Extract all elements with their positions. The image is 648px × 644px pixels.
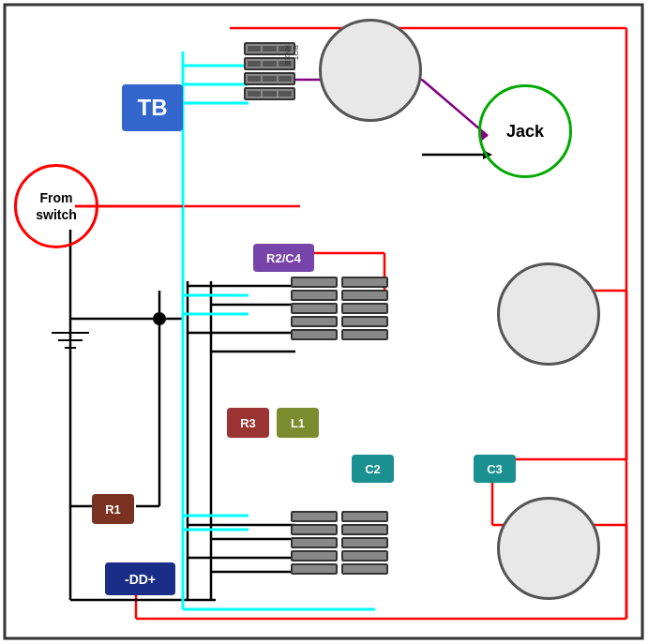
svg-point-21 (153, 312, 166, 325)
jack-label: Jack (478, 84, 572, 178)
tb-label: TB (122, 84, 183, 131)
dd-label: -DD+ (105, 562, 175, 595)
r3-label: R3 (227, 408, 269, 438)
c3-label: C3 (474, 455, 516, 483)
motor-bottom (497, 497, 600, 600)
c2-label: C2 (352, 455, 394, 483)
r2c4-label: R2/C4 (253, 244, 314, 272)
l1-label: L1 (277, 408, 319, 438)
r1-label: R1 (92, 494, 134, 524)
motor-top (319, 19, 422, 122)
terminal-block-middle (291, 277, 388, 340)
tb-label-top: BOTKNX8 (283, 45, 300, 65)
terminal-block-bottom (291, 511, 388, 575)
from-switch-label: Fromswitch (14, 164, 98, 248)
motor-middle (497, 262, 600, 366)
